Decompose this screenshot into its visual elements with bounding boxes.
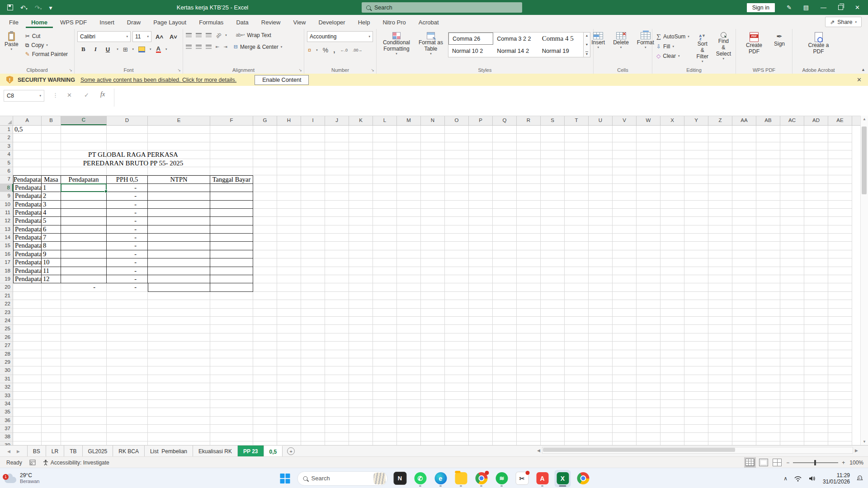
- cell-H2[interactable]: [277, 134, 301, 142]
- cell-S22[interactable]: [541, 300, 565, 308]
- cell-AE24[interactable]: [828, 317, 852, 325]
- cell-M33[interactable]: [397, 392, 421, 400]
- titlebar-search[interactable]: Search: [362, 2, 522, 13]
- cell-G17[interactable]: [253, 258, 277, 267]
- column-header-q[interactable]: Q: [493, 116, 517, 125]
- cell-E8[interactable]: [148, 184, 210, 192]
- cell-L9[interactable]: [373, 192, 397, 200]
- cell-D5[interactable]: [107, 159, 148, 167]
- column-header-j[interactable]: J: [325, 116, 349, 125]
- cell-F23[interactable]: [210, 309, 253, 317]
- cell-T16[interactable]: [565, 250, 589, 258]
- increase-font-icon[interactable]: A˄: [153, 33, 165, 40]
- align-top-icon[interactable]: [186, 33, 192, 37]
- cell-S4[interactable]: [541, 150, 565, 159]
- cell-Y4[interactable]: [684, 150, 708, 159]
- cell-C19[interactable]: [61, 275, 107, 283]
- cell-V32[interactable]: [613, 383, 637, 391]
- cell-T31[interactable]: [565, 375, 589, 383]
- cell-X6[interactable]: [660, 167, 684, 175]
- cell-M9[interactable]: [397, 192, 421, 200]
- cell-S35[interactable]: [541, 408, 565, 416]
- cell-B4[interactable]: [42, 150, 61, 159]
- cell-J24[interactable]: [325, 317, 349, 325]
- cell-D25[interactable]: [107, 325, 148, 333]
- cell-AC31[interactable]: [780, 375, 804, 383]
- cell-H12[interactable]: [277, 217, 301, 225]
- cell-R28[interactable]: [517, 350, 541, 358]
- cell-J17[interactable]: [325, 258, 349, 267]
- cell-Z31[interactable]: [708, 375, 732, 383]
- cell-W31[interactable]: [637, 375, 660, 383]
- borders-icon[interactable]: ⊞: [123, 46, 128, 53]
- cell-Q26[interactable]: [493, 333, 517, 342]
- cell-T3[interactable]: [565, 142, 589, 150]
- cell-T15[interactable]: [565, 242, 589, 250]
- cell-O18[interactable]: [445, 267, 469, 275]
- cell-O23[interactable]: [445, 309, 469, 317]
- cell-W25[interactable]: [637, 325, 660, 333]
- cell-D32[interactable]: [107, 383, 148, 391]
- cell-X35[interactable]: [660, 408, 684, 416]
- cell-Y20[interactable]: [684, 283, 708, 291]
- cell-F14[interactable]: [210, 234, 253, 242]
- cell-H21[interactable]: [277, 292, 301, 300]
- cell-V39[interactable]: [613, 441, 637, 445]
- cell-A12[interactable]: Pendapatan: [13, 217, 42, 225]
- cell-AC16[interactable]: [780, 250, 804, 258]
- cell-T26[interactable]: [565, 333, 589, 342]
- cell-W38[interactable]: [637, 433, 660, 441]
- cell-AE31[interactable]: [828, 375, 852, 383]
- cell-J1[interactable]: [325, 126, 349, 134]
- cell-K33[interactable]: [349, 392, 373, 400]
- cell-P39[interactable]: [469, 441, 493, 445]
- cell-Y21[interactable]: [684, 292, 708, 300]
- cell-O25[interactable]: [445, 325, 469, 333]
- cell-A37[interactable]: [13, 425, 42, 433]
- cell-AB19[interactable]: [756, 275, 780, 283]
- autosum-button[interactable]: ∑AutoSum▾: [655, 32, 691, 41]
- cell-I24[interactable]: [301, 317, 325, 325]
- row-header-8[interactable]: 8: [0, 184, 13, 192]
- cell-L23[interactable]: [373, 309, 397, 317]
- cell-D11[interactable]: -: [107, 209, 148, 217]
- cell-AE15[interactable]: [828, 242, 852, 250]
- cell-F35[interactable]: [210, 408, 253, 416]
- cell-I34[interactable]: [301, 400, 325, 408]
- collapse-ribbon-icon[interactable]: ▲: [861, 67, 865, 72]
- cell-B11[interactable]: 4: [42, 209, 61, 217]
- cell-G10[interactable]: [253, 201, 277, 209]
- cell-X29[interactable]: [660, 358, 684, 366]
- cell-X37[interactable]: [660, 425, 684, 433]
- cell-K17[interactable]: [349, 258, 373, 267]
- cell-AA6[interactable]: [732, 167, 756, 175]
- cell-I20[interactable]: [301, 283, 325, 291]
- cell-Q6[interactable]: [493, 167, 517, 175]
- cell-H6[interactable]: [277, 167, 301, 175]
- cell-W11[interactable]: [637, 209, 660, 217]
- cell-I7[interactable]: [301, 175, 325, 183]
- cell-G19[interactable]: [253, 275, 277, 283]
- cell-G37[interactable]: [253, 425, 277, 433]
- cell-H13[interactable]: [277, 225, 301, 234]
- cell-B32[interactable]: [42, 383, 61, 391]
- cell-H17[interactable]: [277, 258, 301, 267]
- cell-H22[interactable]: [277, 300, 301, 308]
- cell-C18[interactable]: [61, 267, 107, 275]
- cell-E29[interactable]: [148, 358, 210, 366]
- underline-button[interactable]: U: [104, 46, 112, 53]
- row-header-30[interactable]: 30: [0, 366, 13, 375]
- cell-G20[interactable]: [253, 283, 277, 291]
- cell-AD37[interactable]: [804, 425, 828, 433]
- cell-D39[interactable]: [107, 441, 148, 445]
- cell-AD32[interactable]: [804, 383, 828, 391]
- cell-C15[interactable]: [61, 242, 107, 250]
- cell-AA3[interactable]: [732, 142, 756, 150]
- cell-U19[interactable]: [589, 275, 613, 283]
- cell-AE11[interactable]: [828, 209, 852, 217]
- cell-G14[interactable]: [253, 234, 277, 242]
- cell-B27[interactable]: [42, 342, 61, 350]
- cell-A1[interactable]: 0,5: [13, 126, 42, 134]
- cell-AC37[interactable]: [780, 425, 804, 433]
- cell-Q8[interactable]: [493, 184, 517, 192]
